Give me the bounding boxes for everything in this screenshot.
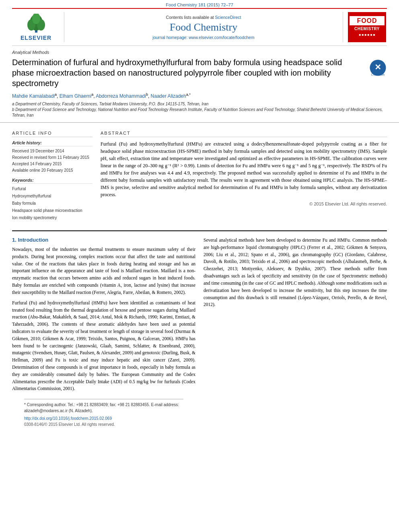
revised-date: Received in revised form 11 February 201… [12,154,93,161]
article-history-section: Article history: Received 19 December 20… [12,140,93,174]
journal-ref-text: Food Chemistry 181 (2015) 72–77 [166,2,233,7]
svg-text:✕: ✕ [374,63,381,72]
received-date: Received 19 December 2014 [12,148,93,154]
contents-text: Contents lists available at [166,15,214,20]
section-title-text: Introduction [18,237,48,243]
journal-center-info: Contents lists available at ScienceDirec… [64,12,343,42]
article-section: Analytical Methods Determination of furf… [12,46,387,118]
author-kamalabadi: Mahdie Kamalabadi [12,93,55,99]
sciencedirect-link[interactable]: ScienceDirect [215,15,241,20]
keyword-1: Furfural [12,185,93,193]
author-ghaemi: Elham Ghaemi [60,93,91,99]
footer-copyright: 0308-8146/© 2015 Elsevier Ltd. All right… [24,422,183,427]
logo-tagline: ■ ■ ■ ■ ■ ■ [359,33,375,37]
article-info-header: ARTICLE INFO [12,131,93,137]
crossmark-icon: ✕ CrossMark [369,59,387,77]
intro-paragraph-2: Furfural (Fu) and hydroxymethylfurfural … [12,300,195,393]
affiliation-a: a Department of Chemistry, Faculty of Sc… [12,101,387,107]
elsevier-logo: ELSEVIER [21,14,51,41]
affiliations: a Department of Chemistry, Faculty of Sc… [12,101,387,118]
article-title-row: Determination of furfural and hydroxymet… [12,57,387,88]
accepted-date: Accepted 14 February 2015 [12,161,93,167]
main-content: 1. Introduction Nowadays, most of the in… [12,231,387,427]
journal-header: ELSEVIER Contents lists available at Sci… [12,8,387,46]
abstract-copyright: © 2015 Elsevier Ltd. All rights reserved… [101,201,387,206]
page-container: Food Chemistry 181 (2015) 72–77 ELSEVIER… [0,0,399,532]
logo-chemistry-text: CHEMISTRY [354,27,380,31]
elsevier-logo-section: ELSEVIER [12,12,64,42]
keywords-list: Furfural Hydroxymethylfurfural Baby form… [12,185,93,222]
footer-section: * Corresponding author. Tel.: +98 21 828… [24,399,183,427]
journal-reference: Food Chemistry 181 (2015) 72–77 [0,0,399,8]
footer-doi: http://dx.doi.org/10.1016/j.foodchem.201… [24,416,183,421]
svg-text:CrossMark: CrossMark [371,73,385,76]
intro-paragraph-3: Several analytical methods have been dev… [204,237,387,308]
journal-title: Food Chemistry [170,21,237,33]
available-date: Available online 20 February 2015 [12,167,93,174]
keyword-5: Ion mobility spectrometry [12,214,93,222]
logo-food-text: FOOD [357,17,377,24]
keyword-3: Baby formula [12,200,93,207]
article-title: Determination of furfural and hydroxymet… [12,57,365,88]
article-info-abstract-section: ARTICLE INFO Article history: Received 1… [12,127,387,226]
keywords-section: Keywords: Furfural Hydroxymethylfurfural… [12,178,93,222]
section-label: Analytical Methods [12,50,387,55]
abstract-column: ABSTRACT Furfural (Fu) and hydroxymethyl… [101,131,387,226]
keywords-title: Keywords: [12,178,93,184]
abstract-text: Furfural (Fu) and hydroxymethylfurfural … [101,140,387,198]
keyword-4: Headspace solid phase microextraction [12,207,93,214]
food-chemistry-logo-section: FOOD CHEMISTRY ■ ■ ■ ■ ■ ■ [343,12,387,42]
intro-paragraph-1: Nowadays, most of the industries use the… [12,246,195,296]
author-alizadeh: Naader Alizadeh [151,93,186,99]
main-left-column: 1. Introduction Nowadays, most of the in… [12,237,195,427]
section-number: 1. [12,237,16,243]
homepage-url: www.elsevier.com/locate/foodchem [189,35,254,40]
crossmark-svg: ✕ CrossMark [369,59,387,77]
divider-after-affiliations [0,122,399,123]
article-info-column: ARTICLE INFO Article history: Received 1… [12,131,93,226]
food-chemistry-logo: FOOD CHEMISTRY ■ ■ ■ ■ ■ ■ [348,12,386,42]
article-history-title: Article history: [12,140,93,146]
keyword-2: Hydroxymethylfurfural [12,193,93,200]
affiliation-b: b Department of Food Science and Technol… [12,107,387,118]
homepage-label: journal homepage: [152,35,187,40]
journal-homepage: journal homepage: www.elsevier.com/locat… [152,35,254,40]
main-right-column: Several analytical methods have been dev… [204,237,387,427]
contents-line: Contents lists available at ScienceDirec… [166,15,241,20]
corresponding-note: * Corresponding author. Tel.: +98 21 828… [24,402,183,414]
author-mohammadi: Abdorreza Mohammadi [96,93,146,99]
authors-line: Mahdie Kamalabadia, Elham Ghaemia, Abdor… [12,92,387,99]
abstract-header: ABSTRACT [101,131,387,137]
intro-title: 1. Introduction [12,237,195,243]
elsevier-wordmark: ELSEVIER [21,35,51,41]
elsevier-tree-icon [24,14,48,34]
